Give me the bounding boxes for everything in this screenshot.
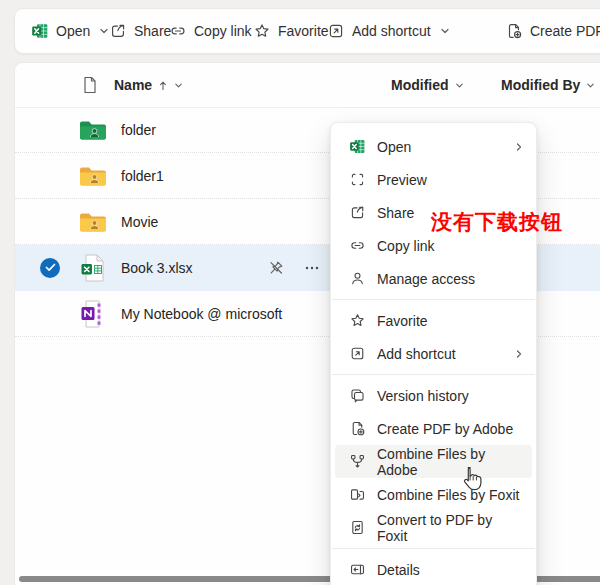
unpin-icon[interactable]: [267, 259, 285, 277]
chevron-down-icon: [455, 81, 464, 90]
column-modified-label: Modified: [391, 77, 449, 93]
column-name-label: Name: [114, 77, 152, 93]
preview-icon: [349, 171, 366, 188]
excel-icon: [31, 22, 49, 40]
menu-item-combine-files-adobe[interactable]: Combine Files by Adobe: [335, 445, 532, 478]
menu-item-details[interactable]: Details: [335, 553, 532, 585]
share-button-label: Share: [134, 23, 171, 39]
person-icon: [349, 270, 366, 287]
menu-item-manage-access[interactable]: Manage access: [335, 262, 532, 295]
menu-item-label: Copy link: [377, 238, 435, 254]
link-icon: [169, 22, 187, 40]
share-icon: [349, 204, 366, 221]
share-button[interactable]: Share: [109, 9, 171, 53]
details-pane-icon: [349, 561, 366, 578]
chevron-right-icon: [514, 349, 524, 359]
create-pdf-icon: [505, 22, 523, 40]
favorite-button-label: Favorite: [278, 23, 329, 39]
menu-item-label: Convert to PDF by Foxit: [377, 512, 524, 544]
menu-separator: [332, 548, 535, 549]
excel-file-icon: [77, 253, 109, 283]
menu-item-label: Add shortcut: [377, 346, 456, 362]
annotation-no-download-button: 没有下载按钮: [431, 208, 563, 236]
add-shortcut-button-label: Add shortcut: [352, 23, 431, 39]
shared-folder-yellow-icon: [77, 164, 109, 188]
shared-folder-yellow-icon: [77, 210, 109, 234]
open-button-label: Open: [56, 23, 90, 39]
menu-item-label: Combine Files by Foxit: [377, 487, 519, 503]
menu-item-combine-files-foxit[interactable]: Combine Files by Foxit: [335, 478, 532, 511]
link-icon: [349, 237, 366, 254]
convert-pdf-icon: [349, 519, 366, 536]
file-name: Movie: [121, 214, 158, 230]
share-icon: [109, 22, 127, 40]
context-menu: Open Preview Share: [330, 122, 537, 585]
shared-folder-green-icon: [77, 118, 109, 142]
chevron-down-icon: [99, 26, 109, 36]
chevron-down-icon: [440, 26, 450, 36]
menu-separator: [332, 299, 535, 300]
menu-item-label: Details: [377, 562, 420, 578]
menu-item-label: Open: [377, 139, 411, 155]
excel-icon: [349, 138, 366, 155]
file-name: Book 3.xlsx: [121, 260, 193, 276]
file-name: folder1: [121, 168, 164, 184]
chevron-down-icon: [174, 81, 183, 90]
star-icon: [253, 22, 271, 40]
chevron-down-icon: [586, 81, 595, 90]
menu-item-label: Preview: [377, 172, 427, 188]
menu-item-label: Share: [377, 205, 414, 221]
add-shortcut-icon: [327, 22, 345, 40]
create-pdf-button[interactable]: Create PDF by Adobe: [505, 9, 600, 53]
column-modified-by-label: Modified By: [501, 77, 580, 93]
menu-item-version-history[interactable]: Version history: [335, 379, 532, 412]
star-icon: [349, 312, 366, 329]
chevron-right-icon: [514, 142, 524, 152]
menu-item-label: Create PDF by Adobe: [377, 421, 513, 437]
copy-link-button[interactable]: Copy link: [169, 9, 252, 53]
menu-item-favorite[interactable]: Favorite: [335, 304, 532, 337]
column-header-name[interactable]: Name: [114, 63, 183, 107]
menu-item-label: Manage access: [377, 271, 475, 287]
more-options-icon[interactable]: [303, 259, 321, 277]
menu-item-preview[interactable]: Preview: [335, 163, 532, 196]
command-bar: Open Share Copy link: [14, 8, 600, 54]
selected-checkmark[interactable]: [40, 258, 60, 278]
document-icon: [82, 76, 98, 94]
add-shortcut-button[interactable]: Add shortcut: [327, 9, 450, 53]
sort-ascending-icon: [158, 80, 168, 91]
menu-item-convert-pdf-foxit[interactable]: Convert to PDF by Foxit: [335, 511, 532, 544]
file-name: My Notebook @ microsoft: [121, 306, 282, 322]
add-shortcut-icon: [349, 345, 366, 362]
menu-separator: [332, 374, 535, 375]
menu-item-label: Combine Files by Adobe: [377, 446, 524, 478]
onenote-file-icon: [77, 299, 109, 329]
create-pdf-icon: [349, 420, 366, 437]
menu-item-create-pdf-adobe[interactable]: Create PDF by Adobe: [335, 412, 532, 445]
combine-files-foxit-icon: [349, 486, 366, 503]
version-history-icon: [349, 387, 366, 404]
create-pdf-button-label: Create PDF by Adobe: [530, 23, 600, 39]
document-type-column[interactable]: [82, 63, 98, 107]
copy-link-button-label: Copy link: [194, 23, 252, 39]
column-header-modified-by[interactable]: Modified By: [501, 63, 595, 107]
column-header-modified[interactable]: Modified: [391, 63, 464, 107]
menu-item-label: Version history: [377, 388, 469, 404]
menu-item-label: Favorite: [377, 313, 428, 329]
file-name: folder: [121, 122, 156, 138]
list-header: Name Modified Modified By: [15, 63, 600, 108]
favorite-button[interactable]: Favorite: [253, 9, 329, 53]
open-button[interactable]: Open: [31, 9, 109, 53]
combine-files-adobe-icon: [349, 453, 366, 470]
menu-item-add-shortcut[interactable]: Add shortcut: [335, 337, 532, 370]
menu-item-open[interactable]: Open: [335, 130, 532, 163]
onedrive-page: Open Share Copy link: [0, 0, 600, 585]
